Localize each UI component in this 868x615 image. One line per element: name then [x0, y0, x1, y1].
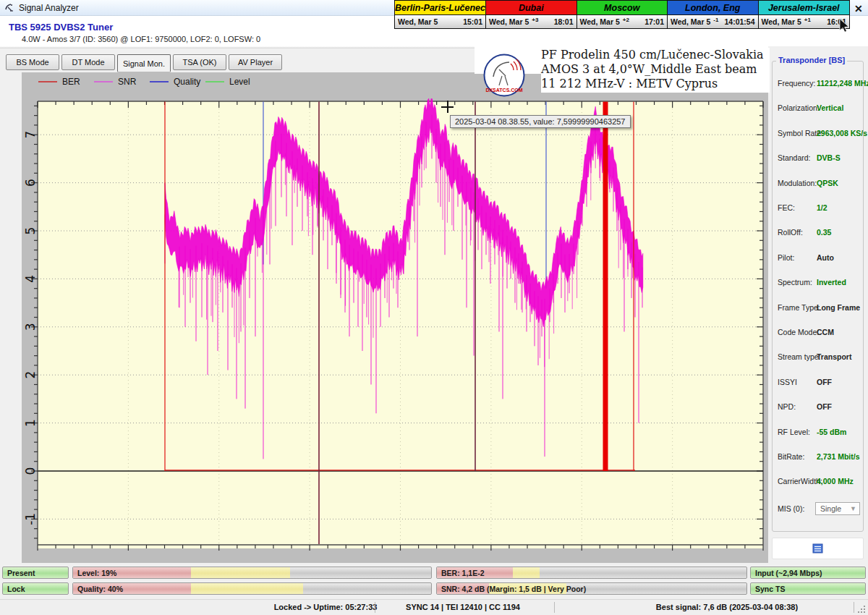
- transponder-label-issyi: ISSYI: [778, 378, 797, 386]
- overlay-line1: PF Prodelin 450 cm/Lučenec-Slovakia: [541, 48, 770, 62]
- legend-item-level: Level: [205, 77, 261, 87]
- mode-button-bs-mode[interactable]: BS Mode: [6, 54, 59, 70]
- status-bars: PresentLevel: 19%BER: 1,1E-2Input (~2,94…: [0, 563, 868, 599]
- clock-cell-jerusalem-israel: Jerusalem-IsraelWed, Mar 5+116:01: [759, 1, 850, 28]
- signal-chart[interactable]: 76543210-1: [25, 98, 767, 560]
- transponder-label-standard: Standard:: [778, 153, 811, 162]
- transponder-label-code-mode: Code Mode:: [778, 328, 819, 336]
- statusbar-best-signal: Best signal: 7,6 dB (2025-03-04 08:38): [618, 603, 835, 611]
- transponder-value-frame-type: Long Frame: [817, 303, 860, 312]
- statusbar-divider: [854, 602, 854, 613]
- transponder-label-npd: NPD:: [778, 402, 796, 411]
- bar-label-present: Present: [7, 568, 35, 577]
- transponder-label-stream-type: Stream type:: [778, 352, 821, 361]
- bar-input-2-94-mbps: Input (~2,94 Mbps): [750, 567, 866, 579]
- bar-level-19: Level: 19%: [72, 567, 432, 579]
- svg-text:7: 7: [25, 131, 38, 139]
- chart-panel: BERSNRQualityLevel 76543210-1: [22, 72, 768, 563]
- legend-item-ber: BER: [38, 77, 94, 87]
- resize-grip[interactable]: [857, 605, 866, 614]
- clock-datetime: Wed, Mar 5+318:01: [486, 15, 576, 28]
- clock-datetime: Wed, Mar 5+116:01: [759, 15, 850, 28]
- bar-label-quality-40: Quality: 40%: [77, 584, 123, 593]
- chart-legend: BERSNRQualityLevel: [38, 77, 261, 87]
- transponder-label-modulation: Modulation:: [778, 179, 817, 187]
- mouse-cursor-icon: [839, 19, 851, 36]
- legend-swatch-level: [205, 81, 224, 82]
- dxsatcs-logo: DXSATCS.COM: [483, 54, 525, 100]
- statusbar-divider: [554, 602, 555, 613]
- svg-text:-1: -1: [25, 513, 38, 525]
- transponder-label-carrierwidth: CarrierWidth:: [778, 477, 822, 485]
- tuner-name: TBS 5925 DVBS2 Tuner: [9, 22, 113, 33]
- clock-cell-berlin-paris-lu-enec: Berlin-Paris-LučenecWed, Mar 515:01: [395, 1, 486, 28]
- svg-text:2: 2: [25, 371, 38, 379]
- transponder-value-standard: DVB-S: [817, 153, 841, 162]
- statusbar-divider: [375, 602, 375, 613]
- svg-text:1: 1: [25, 419, 38, 427]
- bar-fill-yellow: [513, 567, 540, 578]
- mode-button-signal-mon[interactable]: Signal Mon.: [117, 54, 171, 72]
- bar-snr-4-2-db-margin-1-5-db-very-poor: SNR: 4,2 dB (Margin: 1,5 dB | Very Poor): [436, 582, 747, 595]
- transponder-label-polarization: Polarization:: [778, 103, 820, 112]
- clock-city-label: Moscow: [577, 1, 668, 15]
- transponder-label-frame-type: Frame Type:: [778, 303, 820, 312]
- transponder-panel: Transponder [BS] Frequency:11212,248 MHz…: [768, 46, 868, 563]
- transponder-value-symbol-rate: 2963,008 KS/s: [817, 129, 867, 137]
- legend-swatch-quality: [150, 81, 169, 82]
- overlay-line3: 11 212 MHz-V : METV Cyprus: [541, 77, 770, 91]
- window-title: Signal Analyzer: [19, 3, 79, 13]
- transponder-label-frequency: Frequency:: [778, 79, 816, 88]
- transponder-title: Transponder [BS]: [776, 56, 847, 64]
- clock-city-label: Jerusalem-Israel: [759, 1, 850, 15]
- transponder-value-frequency: 11212,248 MHz: [817, 79, 868, 88]
- clock-datetime: Wed, Mar 5-114:01:54: [668, 15, 758, 28]
- crosshair-cursor-icon: [441, 101, 454, 113]
- svg-text:5: 5: [25, 227, 38, 235]
- transponder-value-spectrum: Inverted: [817, 278, 846, 287]
- transport-list-button[interactable]: [772, 538, 864, 559]
- transponder-value-npd: OFF: [817, 402, 832, 411]
- clock-city-label: Berlin-Paris-Lučenec: [395, 1, 485, 15]
- transponder-value-stream-type: Transport: [817, 352, 851, 361]
- clock-cell-dubai: DubaiWed, Mar 5+318:01: [486, 1, 577, 28]
- mode-button-av-player[interactable]: AV Player: [229, 54, 282, 70]
- chart-tooltip: 2025-03-04 08.38.55, value: 7,5999999046…: [450, 115, 631, 128]
- transponder-label-rf-level: RF Level:: [778, 428, 810, 436]
- svg-text:6: 6: [25, 179, 38, 187]
- bar-label-sync-ts: Sync TS: [755, 584, 785, 593]
- clock-datetime: Wed, Mar 515:01: [395, 15, 485, 28]
- transponder-label-pilot: Pilot:: [778, 253, 794, 262]
- app-icon: [4, 3, 14, 13]
- bar-label-input-2-94-mbps: Input (~2,94 Mbps): [755, 568, 822, 577]
- mis-dropdown[interactable]: Single▼: [815, 502, 860, 515]
- transponder-value-issyi: OFF: [817, 378, 832, 386]
- statusbar-sync: SYNC 14 | TEI 12410 | CC 1194: [376, 603, 550, 611]
- bar-label-level-19: Level: 19%: [77, 568, 116, 577]
- svg-text:DXSATCS.COM: DXSATCS.COM: [485, 88, 522, 93]
- world-clocks: Berlin-Paris-LučenecWed, Mar 515:01Dubai…: [394, 0, 850, 29]
- legend-swatch-snr: [94, 81, 113, 82]
- mode-toolbar: BS ModeDT ModeSignal Mon.TSA (OK)AV Play…: [6, 54, 282, 72]
- bar-label-lock: Lock: [7, 584, 25, 593]
- legend-item-snr: SNR: [94, 77, 150, 87]
- transponder-value-modulation: QPSK: [817, 179, 838, 187]
- transponder-label-bitrate: BitRate:: [778, 452, 804, 461]
- legend-item-quality: Quality: [150, 77, 205, 87]
- mode-button-dt-mode[interactable]: DT Mode: [61, 54, 115, 70]
- transponder-label-mis: MIS (0):: [778, 504, 804, 513]
- clock-cell-moscow: MoscowWed, Mar 5+217:01: [577, 1, 668, 28]
- svg-text:4: 4: [25, 275, 38, 283]
- transponder-value-rf-level: -55 dBm: [817, 428, 846, 436]
- bar-fill-yellow: [191, 567, 290, 578]
- transponder-label-fec: FEC:: [778, 203, 795, 212]
- chevron-down-icon: ▼: [850, 505, 856, 512]
- mode-button-tsa-ok[interactable]: TSA (OK): [173, 54, 226, 70]
- clock-datetime: Wed, Mar 5+217:01: [577, 15, 668, 28]
- bar-quality-40: Quality: 40%: [72, 582, 432, 595]
- transponder-value-bitrate: 2,731 Mbit/s: [817, 452, 860, 461]
- bar-lock: Lock: [2, 582, 69, 595]
- bar-label-snr-4-2-db-margin-1-5-db-very-poor: SNR: 4,2 dB (Margin: 1,5 dB | Very Poor): [441, 584, 586, 593]
- tuner-details: 4.0W - Amos 3/7 (ID: 3560) @ LOF1: 97500…: [22, 35, 260, 43]
- close-icon[interactable]: ✕: [854, 3, 863, 14]
